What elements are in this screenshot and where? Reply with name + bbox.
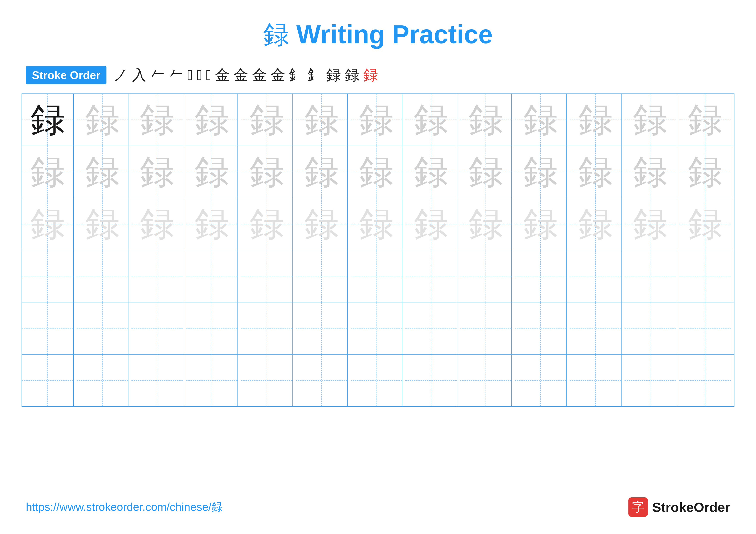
grid-cell[interactable]	[22, 250, 74, 302]
grid-cell[interactable]: 録	[515, 146, 567, 198]
grid-cell[interactable]: 録	[186, 94, 238, 146]
grid-cell[interactable]	[131, 355, 183, 406]
grid-cell[interactable]	[241, 250, 293, 302]
grid-cell[interactable]: 録	[22, 94, 74, 146]
grid-cell[interactable]	[77, 302, 128, 354]
grid-cell[interactable]: 録	[625, 146, 676, 198]
grid-cell[interactable]: 録	[77, 94, 128, 146]
grid-cell[interactable]	[186, 302, 238, 354]
grid-cell[interactable]: 録	[241, 94, 293, 146]
grid-cell[interactable]	[186, 250, 238, 302]
grid-cell[interactable]: 録	[77, 198, 128, 250]
practice-char: 録	[85, 103, 120, 137]
grid-cell[interactable]: 録	[351, 198, 402, 250]
grid-cell[interactable]	[515, 355, 567, 406]
grid-cell[interactable]	[570, 302, 622, 354]
grid-cell[interactable]	[241, 302, 293, 354]
grid-cell[interactable]: 録	[570, 198, 622, 250]
grid-cell[interactable]: 録	[405, 198, 457, 250]
grid-cell[interactable]	[679, 302, 731, 354]
footer-url: https://www.strokeorder.com/chinese/録	[26, 499, 223, 515]
grid-cell[interactable]	[22, 355, 74, 406]
title-text: 録	[263, 20, 289, 49]
grid-row-2: 録 録 録 録 録 録 録 録 録 録 録 録 録	[22, 146, 734, 198]
grid-cell[interactable]	[625, 355, 676, 406]
grid-cell[interactable]	[679, 355, 731, 406]
grid-cell[interactable]	[241, 355, 293, 406]
grid-cell[interactable]	[460, 302, 512, 354]
grid-cell[interactable]	[405, 302, 457, 354]
grid-cell[interactable]: 録	[625, 198, 676, 250]
grid-cell[interactable]	[515, 302, 567, 354]
grid-cell[interactable]: 録	[131, 198, 183, 250]
grid-cell[interactable]: 録	[296, 198, 348, 250]
practice-char: 録	[414, 155, 448, 189]
grid-cell[interactable]	[186, 355, 238, 406]
grid-cell[interactable]: 録	[77, 146, 128, 198]
grid-cell[interactable]	[77, 250, 128, 302]
practice-char: 録	[140, 207, 174, 241]
practice-char: 録	[469, 103, 503, 137]
practice-char: 録	[523, 103, 558, 137]
grid-cell[interactable]	[625, 250, 676, 302]
grid-cell[interactable]	[296, 355, 348, 406]
grid-cell[interactable]: 録	[296, 94, 348, 146]
footer-brand: 字 StrokeOrder	[629, 497, 730, 517]
practice-char: 録	[578, 155, 613, 189]
practice-char: 録	[304, 207, 339, 241]
grid-cell[interactable]: 録	[679, 198, 731, 250]
grid-cell[interactable]: 録	[460, 146, 512, 198]
grid-cell[interactable]: 録	[570, 146, 622, 198]
grid-cell[interactable]: 録	[22, 146, 74, 198]
grid-cell[interactable]: 録	[351, 94, 402, 146]
grid-cell[interactable]: 録	[131, 146, 183, 198]
grid-cell[interactable]: 録	[679, 94, 731, 146]
grid-cell[interactable]: 録	[460, 198, 512, 250]
grid-cell[interactable]: 録	[22, 198, 74, 250]
practice-char: 録	[195, 207, 229, 241]
grid-cell[interactable]: 録	[679, 146, 731, 198]
grid-cell[interactable]	[77, 355, 128, 406]
practice-char: 録	[414, 103, 448, 137]
grid-cell[interactable]	[679, 250, 731, 302]
grid-cell[interactable]	[405, 355, 457, 406]
practice-char: 録	[30, 103, 65, 137]
stroke-2: 入	[132, 65, 147, 85]
practice-char: 録	[304, 155, 339, 189]
grid-cell[interactable]	[351, 250, 402, 302]
grid-cell[interactable]: 録	[570, 94, 622, 146]
grid-cell[interactable]	[570, 250, 622, 302]
grid-cell[interactable]: 録	[296, 146, 348, 198]
grid-cell[interactable]: 録	[241, 198, 293, 250]
grid-cell[interactable]: 録	[186, 198, 238, 250]
grid-cell[interactable]: 録	[241, 146, 293, 198]
grid-cell[interactable]	[22, 302, 74, 354]
practice-char: 録	[633, 103, 667, 137]
grid-cell[interactable]	[131, 302, 183, 354]
grid-cell[interactable]	[570, 355, 622, 406]
grid-cell[interactable]	[405, 250, 457, 302]
grid-cell[interactable]	[351, 355, 402, 406]
practice-char: 録	[250, 207, 284, 241]
grid-cell[interactable]	[131, 250, 183, 302]
grid-cell[interactable]: 録	[515, 198, 567, 250]
grid-cell[interactable]: 録	[625, 94, 676, 146]
grid-cell[interactable]: 録	[460, 94, 512, 146]
grid-cell[interactable]	[296, 250, 348, 302]
grid-cell[interactable]	[351, 302, 402, 354]
stroke-10: 金	[252, 65, 267, 85]
brand-name: StrokeOrder	[652, 499, 730, 515]
grid-cell[interactable]	[625, 302, 676, 354]
grid-cell[interactable]: 録	[186, 146, 238, 198]
grid-cell[interactable]: 録	[131, 94, 183, 146]
grid-cell[interactable]: 録	[515, 94, 567, 146]
grid-cell[interactable]	[515, 250, 567, 302]
grid-cell[interactable]	[460, 250, 512, 302]
grid-cell[interactable]: 録	[405, 146, 457, 198]
grid-cell[interactable]: 録	[405, 94, 457, 146]
practice-char: 録	[85, 207, 120, 241]
grid-cell[interactable]: 録	[351, 146, 402, 198]
stroke-order-badge: Stroke Order	[26, 66, 106, 84]
grid-cell[interactable]	[296, 302, 348, 354]
grid-cell[interactable]	[460, 355, 512, 406]
